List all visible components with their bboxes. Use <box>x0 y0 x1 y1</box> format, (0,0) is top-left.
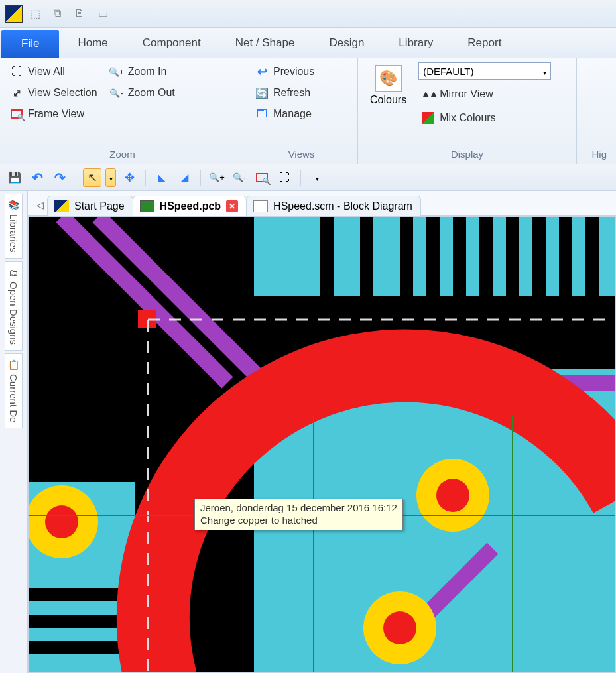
selection-icon <box>9 86 24 100</box>
qat-separator <box>200 170 201 186</box>
frame-view-button[interactable]: Frame View <box>7 105 100 123</box>
side-tab-open-designs[interactable]: 🗂Open Designs <box>5 261 23 351</box>
manage-label: Manage <box>273 108 312 120</box>
side-tab-current-design-label: Current De <box>8 374 19 422</box>
views-group-label: Views <box>252 147 351 162</box>
side-panel-tabs: 📚Libraries 🗂Open Designs 📋Current De <box>0 191 28 673</box>
schematic-icon <box>253 200 268 212</box>
ribbon-group-zoom: View All View Selection Frame View Zoom … <box>0 58 245 164</box>
qat-redo-button[interactable] <box>50 168 69 187</box>
tab-hspeed-pcb[interactable]: HSpeed.pcb ✕ <box>133 196 247 216</box>
refresh-label: Refresh <box>273 87 310 99</box>
view-all-label: View All <box>28 66 65 78</box>
zoom-out-label: Zoom Out <box>128 87 175 99</box>
tab-start-page-label: Start Page <box>74 200 125 212</box>
pcb-icon <box>140 200 154 212</box>
qat-zoom-frame-button[interactable] <box>253 168 271 187</box>
menu-net-shape[interactable]: Net / Shape <box>218 28 312 58</box>
mirror-icon <box>421 87 436 101</box>
tab-hspeed-pcb-label: HSpeed.pcb <box>160 200 221 212</box>
qat-select-dropdown[interactable] <box>105 168 116 187</box>
qat-separator <box>145 170 146 186</box>
side-tab-libraries[interactable]: 📚Libraries <box>5 194 23 259</box>
frame-icon <box>9 107 24 121</box>
tab-scroll-left[interactable]: ◁ <box>32 200 48 215</box>
svg-point-24 <box>436 479 469 512</box>
expand-icon <box>9 64 24 79</box>
manage-icon <box>255 107 269 121</box>
ribbon-group-views: Previous Refresh Manage Views <box>245 58 358 164</box>
mix-colours-icon <box>421 111 436 125</box>
display-group-label: Display <box>365 147 570 162</box>
qat-select-button[interactable] <box>83 168 101 187</box>
colours-button[interactable]: Colours <box>365 62 412 147</box>
qat-customize-button[interactable] <box>308 168 326 187</box>
open-designs-icon: 🗂 <box>9 267 18 278</box>
titlebar-icon-doc: 🗎 <box>74 7 85 20</box>
ribbon-group-highlight: Hig <box>577 58 616 164</box>
pcb-render <box>29 217 616 673</box>
app-icon <box>5 5 23 23</box>
document-tabs: ◁ Start Page HSpeed.pcb ✕ HSpeed.scm - B… <box>28 191 616 216</box>
titlebar-faded-icons: ⬚ ⧉ 🗎 ▭ <box>31 7 108 20</box>
side-tab-open-designs-label: Open Designs <box>8 282 19 345</box>
zoom-in-icon <box>109 64 124 79</box>
qat-zoom-in-button[interactable] <box>208 168 226 187</box>
view-all-button[interactable]: View All <box>7 62 100 81</box>
zoom-in-button[interactable]: Zoom In <box>107 62 178 81</box>
pcb-canvas[interactable]: Jeroen, donderdag 15 december 2016 16:12… <box>28 216 616 673</box>
main-area: ◁ Start Page HSpeed.pcb ✕ HSpeed.scm - B… <box>28 191 616 673</box>
qat-save-button[interactable] <box>5 168 24 187</box>
previous-icon <box>255 64 269 79</box>
tooltip-message: Change copper to hatched <box>200 515 397 527</box>
mix-colours-button[interactable]: Mix Colours <box>418 109 551 127</box>
mix-colours-label: Mix Colours <box>440 112 495 124</box>
menu-library[interactable]: Library <box>381 28 450 58</box>
tab-hspeed-scm[interactable]: HSpeed.scm - Block Diagram <box>246 196 421 216</box>
annotation-tooltip: Jeroen, donderdag 15 december 2016 16:12… <box>194 499 403 530</box>
mirror-view-button[interactable]: Mirror View <box>418 85 551 103</box>
tab-close-button[interactable]: ✕ <box>226 200 238 212</box>
qat-undo-button[interactable] <box>28 168 46 187</box>
previous-button[interactable]: Previous <box>252 62 317 81</box>
side-tab-current-design[interactable]: 📋Current De <box>5 353 23 428</box>
current-design-icon: 📋 <box>8 359 19 370</box>
zoom-group-label: Zoom <box>7 147 238 162</box>
zoom-out-button[interactable]: Zoom Out <box>107 84 178 102</box>
svg-point-26 <box>383 611 416 644</box>
palette-icon <box>375 65 402 92</box>
tooltip-author-date: Jeroen, donderdag 15 december 2016 16:12 <box>200 502 397 515</box>
previous-label: Previous <box>273 66 314 78</box>
menu-component[interactable]: Component <box>125 28 218 58</box>
menu-home[interactable]: Home <box>60 28 125 58</box>
tab-start-page[interactable]: Start Page <box>47 196 133 216</box>
ribbon-group-display: Colours (DEFAULT) Mirror View Mix Colour… <box>358 58 577 164</box>
qat-zoom-out-button[interactable] <box>230 168 249 187</box>
side-tab-libraries-label: Libraries <box>8 214 19 253</box>
titlebar-icon-ghost: ⬚ <box>31 7 40 20</box>
qat-view-all-button[interactable] <box>275 168 294 187</box>
workspace: 📚Libraries 🗂Open Designs 📋Current De ◁ S… <box>0 191 616 673</box>
ribbon: View All View Selection Frame View Zoom … <box>0 58 616 164</box>
refresh-icon <box>255 86 269 100</box>
manage-button[interactable]: Manage <box>252 105 317 123</box>
frame-view-label: Frame View <box>28 108 84 120</box>
mirror-view-label: Mirror View <box>440 88 493 100</box>
title-bar: ⬚ ⧉ 🗎 ▭ <box>0 0 616 28</box>
menu-bar: File Home Component Net / Shape Design L… <box>0 28 616 58</box>
titlebar-icon-copy: ⧉ <box>54 7 61 20</box>
titlebar-icon-box: ▭ <box>98 7 108 20</box>
qat-separator <box>76 170 76 186</box>
menu-file[interactable]: File <box>1 30 59 58</box>
view-selection-button[interactable]: View Selection <box>7 84 100 102</box>
svg-rect-3 <box>320 217 334 296</box>
qat-flip-h-button[interactable]: ◣ <box>153 168 171 187</box>
refresh-button[interactable]: Refresh <box>252 84 317 102</box>
menu-report[interactable]: Report <box>450 28 519 58</box>
qat-move-button[interactable] <box>120 168 139 187</box>
menu-design[interactable]: Design <box>312 28 381 58</box>
start-page-icon <box>54 200 69 212</box>
colour-preset-combo[interactable]: (DEFAULT) <box>418 62 551 80</box>
zoom-in-label: Zoom In <box>128 66 167 78</box>
qat-flip-v-button[interactable]: ◢ <box>175 168 194 187</box>
